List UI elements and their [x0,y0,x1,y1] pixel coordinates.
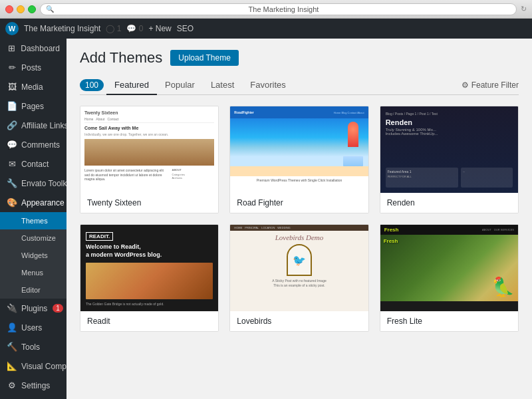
sidebar-item-plugins[interactable]: 🔌 Plugins 1 [0,299,66,318]
minimize-button[interactable] [17,5,25,13]
sidebar-item-settings[interactable]: ⚙ Settings [0,376,66,395]
theme-thumbnail-renden: Blog / Posts / Page 1 / Post 1 / Test Re… [380,106,518,193]
visual-composer-icon: 📐 [7,361,17,371]
tools-icon: 🔨 [7,342,17,352]
wp-admin-bar: W The Marketing Insight ◯ 1 💬 0 + New SE… [0,19,532,39]
affiliate-icon: 🔗 [7,120,17,130]
sidebar-item-themes[interactable]: Themes [0,212,66,229]
page-header: Add Themes Upload Theme [80,49,519,66]
theme-thumbnail-fresh-lite: Fresh ABOUT OUR SERVICES 🦜 Fresh [380,225,518,311]
refresh-button[interactable]: ↻ [521,5,527,13]
sidebar-item-comments[interactable]: 💬 Comments [0,135,66,154]
search-icon: 🔍 [46,5,54,13]
wp-logo[interactable]: W [5,22,19,35]
theme-count-badge: 100 [80,79,104,91]
sidebar-item-dashboard[interactable]: ⊞ Dashboard [0,39,66,58]
appearance-icon: 🎨 [7,198,17,207]
themes-grid: Twenty Sixteen HomeAboutContact Come Sai… [80,106,519,332]
sidebar-item-tools[interactable]: 🔨 Tools [0,337,66,356]
sidebar-item-pages[interactable]: 📄 Pages [0,96,66,116]
traffic-lights [5,5,36,13]
new-content-button[interactable]: + New [148,24,171,33]
sidebar-item-customize[interactable]: Customize [0,229,66,247]
sidebar-item-editor[interactable]: Editor [0,281,66,299]
sidebar-item-widgets[interactable]: Widgets [0,247,66,264]
theme-thumbnail-lovebirds: HOME PRINCIPAL LOCATION WEDDING Lovebird… [230,225,368,311]
fullscreen-button[interactable] [28,5,36,13]
comments-icon: 💬 [7,140,17,150]
dashboard-icon: ⊞ [7,43,17,53]
sidebar-item-users[interactable]: 👤 Users [0,318,66,337]
theme-card-renden[interactable]: Blog / Posts / Page 1 / Post 1 / Test Re… [380,106,519,213]
tabs-bar: 100 Featured Popular Latest Favorites ⚙ … [80,76,519,95]
title-bar: 🔍 The Marketing Insight ↻ [0,0,532,19]
site-name-link[interactable]: The Marketing Insight [24,24,100,33]
sidebar-item-menus[interactable]: Menus [0,264,66,281]
theme-name-readit: Readit [80,311,218,331]
sidebar-item-visual-composer[interactable]: 📐 Visual Composer [0,356,66,376]
theme-card-twenty-sixteen[interactable]: Twenty Sixteen HomeAboutContact Come Sai… [80,106,219,213]
sidebar-item-posts[interactable]: ✏ Posts [0,58,66,77]
theme-thumbnail-readit: READIT. Welcome to Readit,a modern WordP… [80,225,218,311]
filter-gear-icon: ⚙ [462,80,469,90]
users-icon: 👤 [7,323,17,332]
tab-featured[interactable]: Featured [106,76,157,95]
contact-icon: ✉ [7,159,17,169]
feature-filter-button[interactable]: ⚙ Feature Filter [462,80,519,90]
sidebar-item-appearance[interactable]: 🎨 Appearance [0,193,66,212]
plugins-icon: 🔌 [7,303,17,313]
theme-thumbnail-road-fighter: RoadFighter Home Blog Contact About Prem… [230,106,368,193]
tab-popular[interactable]: Popular [157,76,203,95]
sidebar-item-affiliate[interactable]: 🔗 Affiliate Links [0,116,66,135]
address-text: The Marketing Insight [57,5,511,13]
theme-name-twenty-sixteen: Twenty Sixteen [80,193,218,213]
tab-latest[interactable]: Latest [203,76,242,95]
media-icon: 🖼 [7,82,17,92]
address-bar[interactable]: 🔍 The Marketing Insight [40,3,517,15]
sidebar-item-seo[interactable]: 📊 SEO [0,395,66,399]
theme-name-lovebirds: Lovebirds [230,311,368,331]
theme-card-fresh-lite[interactable]: Fresh ABOUT OUR SERVICES 🦜 Fresh Fresh L… [380,224,519,332]
tab-favorites[interactable]: Favorites [242,76,293,95]
theme-card-lovebirds[interactable]: HOME PRINCIPAL LOCATION WEDDING Lovebird… [229,224,368,332]
sidebar-item-envato[interactable]: 🔧 Envato Toolkit [0,174,66,193]
theme-name-road-fighter: Road Fighter [230,193,368,213]
plugins-badge: 1 [53,304,63,313]
posts-icon: ✏ [7,63,17,72]
settings-icon: ⚙ [7,380,17,390]
close-button[interactable] [5,5,13,13]
sidebar-item-media[interactable]: 🖼 Media [0,77,66,96]
theme-name-fresh-lite: Fresh Lite [380,311,518,331]
app-layout: ⊞ Dashboard ✏ Posts 🖼 Media 📄 Pages 🔗 Af… [0,39,532,399]
upload-theme-button[interactable]: Upload Theme [170,50,239,66]
sidebar: ⊞ Dashboard ✏ Posts 🖼 Media 📄 Pages 🔗 Af… [0,39,66,399]
sidebar-item-contact[interactable]: ✉ Contact [0,154,66,174]
theme-name-renden: Renden [380,193,518,213]
pages-icon: 📄 [7,101,17,111]
theme-card-road-fighter[interactable]: RoadFighter Home Blog Contact About Prem… [229,106,368,213]
seo-link[interactable]: SEO [177,24,194,33]
page-title: Add Themes [80,49,162,66]
main-content: Add Themes Upload Theme 100 Featured Pop… [66,39,532,399]
theme-card-readit[interactable]: READIT. Welcome to Readit,a modern WordP… [80,224,219,332]
envato-icon: 🔧 [7,178,17,188]
theme-thumbnail-twenty-sixteen: Twenty Sixteen HomeAboutContact Come Sai… [80,106,218,193]
